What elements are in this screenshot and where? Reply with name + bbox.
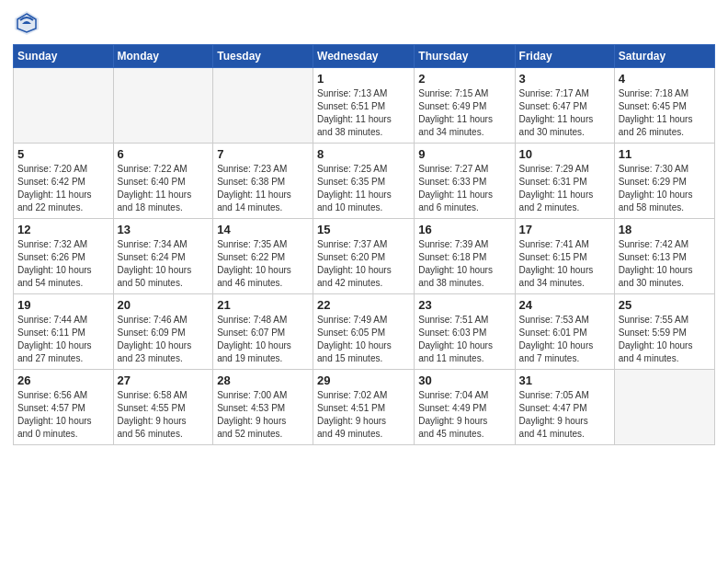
- day-number: 23: [418, 298, 510, 312]
- day-info: Sunrise: 7:20 AM Sunset: 6:42 PM Dayligh…: [17, 163, 109, 214]
- calendar-cell: 31Sunrise: 7:05 AM Sunset: 4:47 PM Dayli…: [515, 370, 614, 445]
- calendar-cell: 11Sunrise: 7:30 AM Sunset: 6:29 PM Dayli…: [614, 144, 714, 219]
- day-info: Sunrise: 7:35 AM Sunset: 6:22 PM Dayligh…: [217, 238, 309, 290]
- day-number: 20: [118, 298, 210, 312]
- day-number: 26: [17, 373, 109, 387]
- calendar-cell: 2Sunrise: 7:15 AM Sunset: 6:49 PM Daylig…: [415, 68, 515, 144]
- day-info: Sunrise: 7:22 AM Sunset: 6:40 PM Dayligh…: [118, 163, 210, 214]
- calendar-cell: 26Sunrise: 6:56 AM Sunset: 4:57 PM Dayli…: [14, 370, 114, 445]
- calendar-cell: 8Sunrise: 7:25 AM Sunset: 6:35 PM Daylig…: [313, 144, 415, 219]
- page: SundayMondayTuesdayWednesdayThursdayFrid…: [0, 0, 728, 563]
- day-number: 10: [519, 147, 610, 161]
- day-number: 9: [418, 147, 510, 161]
- calendar-cell: 25Sunrise: 7:55 AM Sunset: 5:59 PM Dayli…: [614, 294, 714, 370]
- calendar-cell: 17Sunrise: 7:41 AM Sunset: 6:15 PM Dayli…: [515, 219, 614, 294]
- calendar-cell: 20Sunrise: 7:46 AM Sunset: 6:09 PM Dayli…: [113, 294, 213, 370]
- calendar-cell: 24Sunrise: 7:53 AM Sunset: 6:01 PM Dayli…: [515, 294, 614, 370]
- day-info: Sunrise: 7:04 AM Sunset: 4:49 PM Dayligh…: [418, 389, 510, 441]
- calendar-table: SundayMondayTuesdayWednesdayThursdayFrid…: [13, 44, 715, 445]
- weekday-header-thursday: Thursday: [415, 45, 515, 68]
- day-number: 19: [17, 298, 109, 312]
- calendar-cell: 7Sunrise: 7:23 AM Sunset: 6:38 PM Daylig…: [213, 144, 313, 219]
- day-info: Sunrise: 7:53 AM Sunset: 6:01 PM Dayligh…: [519, 314, 610, 365]
- day-number: 22: [317, 298, 410, 312]
- day-info: Sunrise: 7:49 AM Sunset: 6:05 PM Dayligh…: [317, 314, 410, 365]
- day-info: Sunrise: 7:55 AM Sunset: 5:59 PM Dayligh…: [619, 314, 711, 365]
- day-number: 25: [619, 298, 711, 312]
- day-info: Sunrise: 7:29 AM Sunset: 6:31 PM Dayligh…: [519, 163, 610, 214]
- day-number: 15: [317, 223, 410, 236]
- calendar-cell: 21Sunrise: 7:48 AM Sunset: 6:07 PM Dayli…: [213, 294, 313, 370]
- day-info: Sunrise: 7:32 AM Sunset: 6:26 PM Dayligh…: [17, 238, 109, 290]
- day-number: 31: [519, 373, 610, 387]
- logo: [13, 9, 44, 37]
- calendar-cell: 14Sunrise: 7:35 AM Sunset: 6:22 PM Dayli…: [213, 219, 313, 294]
- day-number: 28: [217, 373, 309, 387]
- day-number: 27: [118, 373, 210, 387]
- day-number: 4: [619, 72, 711, 86]
- day-info: Sunrise: 7:48 AM Sunset: 6:07 PM Dayligh…: [217, 314, 309, 365]
- calendar-cell: 4Sunrise: 7:18 AM Sunset: 6:45 PM Daylig…: [614, 68, 714, 144]
- day-number: 21: [217, 298, 309, 312]
- weekday-header-saturday: Saturday: [614, 45, 714, 68]
- day-number: 30: [418, 373, 510, 387]
- calendar-cell: 23Sunrise: 7:51 AM Sunset: 6:03 PM Dayli…: [415, 294, 515, 370]
- calendar-cell: [113, 68, 213, 144]
- calendar-cell: [213, 68, 313, 144]
- calendar-cell: 15Sunrise: 7:37 AM Sunset: 6:20 PM Dayli…: [313, 219, 415, 294]
- day-info: Sunrise: 7:37 AM Sunset: 6:20 PM Dayligh…: [317, 238, 410, 290]
- day-info: Sunrise: 7:46 AM Sunset: 6:09 PM Dayligh…: [118, 314, 210, 365]
- day-number: 6: [118, 147, 210, 161]
- day-info: Sunrise: 7:27 AM Sunset: 6:33 PM Dayligh…: [418, 163, 510, 214]
- day-info: Sunrise: 6:58 AM Sunset: 4:55 PM Dayligh…: [118, 389, 210, 441]
- day-info: Sunrise: 7:23 AM Sunset: 6:38 PM Dayligh…: [217, 163, 309, 214]
- day-info: Sunrise: 6:56 AM Sunset: 4:57 PM Dayligh…: [17, 389, 109, 441]
- calendar-week-row: 12Sunrise: 7:32 AM Sunset: 6:26 PM Dayli…: [14, 219, 715, 294]
- day-info: Sunrise: 7:30 AM Sunset: 6:29 PM Dayligh…: [619, 163, 711, 214]
- header: [13, 9, 715, 37]
- day-number: 7: [217, 147, 309, 161]
- weekday-header-friday: Friday: [515, 45, 614, 68]
- day-number: 3: [519, 72, 610, 86]
- day-number: 13: [118, 223, 210, 236]
- calendar-cell: 29Sunrise: 7:02 AM Sunset: 4:51 PM Dayli…: [313, 370, 415, 445]
- day-number: 29: [317, 373, 410, 387]
- day-info: Sunrise: 7:18 AM Sunset: 6:45 PM Dayligh…: [619, 87, 711, 139]
- day-number: 16: [418, 223, 510, 236]
- weekday-header-wednesday: Wednesday: [313, 45, 415, 68]
- calendar-cell: [14, 68, 114, 144]
- calendar-cell: 22Sunrise: 7:49 AM Sunset: 6:05 PM Dayli…: [313, 294, 415, 370]
- calendar-week-row: 19Sunrise: 7:44 AM Sunset: 6:11 PM Dayli…: [14, 294, 715, 370]
- calendar-cell: 19Sunrise: 7:44 AM Sunset: 6:11 PM Dayli…: [14, 294, 114, 370]
- day-info: Sunrise: 7:34 AM Sunset: 6:24 PM Dayligh…: [118, 238, 210, 290]
- logo-icon: [13, 9, 40, 37]
- calendar-cell: [614, 370, 714, 445]
- day-number: 24: [519, 298, 610, 312]
- calendar-cell: 6Sunrise: 7:22 AM Sunset: 6:40 PM Daylig…: [113, 144, 213, 219]
- day-number: 12: [17, 223, 109, 236]
- weekday-header-sunday: Sunday: [14, 45, 114, 68]
- calendar-cell: 13Sunrise: 7:34 AM Sunset: 6:24 PM Dayli…: [113, 219, 213, 294]
- calendar-cell: 1Sunrise: 7:13 AM Sunset: 6:51 PM Daylig…: [313, 68, 415, 144]
- day-info: Sunrise: 7:00 AM Sunset: 4:53 PM Dayligh…: [217, 389, 309, 441]
- day-info: Sunrise: 7:51 AM Sunset: 6:03 PM Dayligh…: [418, 314, 510, 365]
- day-number: 18: [619, 223, 711, 236]
- day-number: 2: [418, 72, 510, 86]
- weekday-header-tuesday: Tuesday: [213, 45, 313, 68]
- calendar-cell: 5Sunrise: 7:20 AM Sunset: 6:42 PM Daylig…: [14, 144, 114, 219]
- day-number: 5: [17, 147, 109, 161]
- calendar-week-row: 26Sunrise: 6:56 AM Sunset: 4:57 PM Dayli…: [14, 370, 715, 445]
- calendar-cell: 27Sunrise: 6:58 AM Sunset: 4:55 PM Dayli…: [113, 370, 213, 445]
- day-info: Sunrise: 7:15 AM Sunset: 6:49 PM Dayligh…: [418, 87, 510, 139]
- calendar-cell: 9Sunrise: 7:27 AM Sunset: 6:33 PM Daylig…: [415, 144, 515, 219]
- calendar-cell: 12Sunrise: 7:32 AM Sunset: 6:26 PM Dayli…: [14, 219, 114, 294]
- day-number: 17: [519, 223, 610, 236]
- day-info: Sunrise: 7:41 AM Sunset: 6:15 PM Dayligh…: [519, 238, 610, 290]
- calendar-cell: 18Sunrise: 7:42 AM Sunset: 6:13 PM Dayli…: [614, 219, 714, 294]
- day-number: 11: [619, 147, 711, 161]
- day-number: 1: [317, 72, 410, 86]
- day-number: 8: [317, 147, 410, 161]
- day-info: Sunrise: 7:42 AM Sunset: 6:13 PM Dayligh…: [619, 238, 711, 290]
- day-info: Sunrise: 7:25 AM Sunset: 6:35 PM Dayligh…: [317, 163, 410, 214]
- calendar-cell: 30Sunrise: 7:04 AM Sunset: 4:49 PM Dayli…: [415, 370, 515, 445]
